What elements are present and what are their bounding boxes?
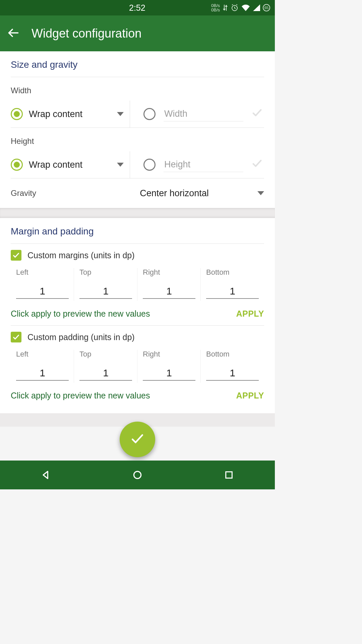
padding-right-input[interactable]: 1 — [143, 366, 195, 381]
nav-home-button[interactable] — [130, 468, 145, 482]
back-icon[interactable] — [7, 27, 19, 40]
height-input[interactable]: Height — [164, 157, 243, 172]
check-icon — [251, 107, 264, 121]
col-left-label: Left — [14, 268, 71, 277]
battery-indicator: 65 — [263, 4, 270, 11]
width-input[interactable]: Width — [164, 107, 243, 121]
status-bar: 2:52 0B/s 0B/s 65 — [0, 0, 275, 15]
section-gap — [0, 208, 275, 218]
height-row: Wrap content Height — [11, 151, 264, 178]
gravity-label: Gravity — [11, 189, 91, 198]
app-bar: Widget configuration — [0, 15, 275, 51]
chevron-down-icon — [117, 112, 124, 116]
gravity-dropdown[interactable]: Gravity Center horizontal — [11, 178, 264, 202]
margin-bottom-input[interactable]: 1 — [206, 284, 259, 299]
width-mode-value: Wrap content — [29, 109, 111, 119]
status-time: 2:52 — [129, 3, 145, 13]
section-size-gravity: Size and gravity Width Wrap content Widt… — [0, 51, 275, 208]
check-icon — [251, 158, 264, 172]
cell-signal-icon — [253, 4, 260, 11]
chevron-down-icon — [257, 191, 264, 195]
data-arrows-icon — [223, 4, 228, 11]
system-nav-bar — [0, 461, 275, 489]
margin-left-input[interactable]: 1 — [16, 284, 69, 299]
col-top-label: Top — [77, 268, 134, 277]
svg-point-2 — [134, 471, 141, 478]
nav-back-button[interactable] — [39, 468, 53, 482]
svg-rect-3 — [226, 472, 232, 478]
col-bottom-label: Bottom — [204, 350, 261, 359]
padding-apply-button[interactable]: APPLY — [236, 391, 264, 400]
padding-bottom-input[interactable]: 1 — [206, 366, 259, 381]
height-mode-value: Wrap content — [29, 160, 111, 170]
col-left-label: Left — [14, 350, 71, 359]
col-right-label: Right — [141, 350, 197, 359]
custom-padding-checkbox[interactable] — [11, 332, 21, 342]
section-title-margin: Margin and padding — [11, 226, 264, 244]
col-bottom-label: Bottom — [204, 268, 261, 277]
section-title-size: Size and gravity — [11, 59, 264, 77]
height-label: Height — [11, 128, 264, 151]
height-mode-dropdown[interactable]: Wrap content — [11, 159, 130, 171]
height-wrap-radio[interactable] — [11, 159, 23, 171]
check-icon — [130, 431, 145, 447]
nav-recents-button[interactable] — [222, 468, 236, 482]
confirm-fab[interactable] — [120, 422, 155, 457]
padding-inputs: Left 1 Top 1 Right 1 Bottom 1 — [11, 347, 264, 381]
margins-apply-button[interactable]: APPLY — [236, 309, 264, 319]
wifi-icon — [241, 4, 250, 11]
padding-hint: Click apply to preview the new values — [11, 391, 236, 400]
chevron-down-icon — [117, 163, 124, 167]
alarm-icon — [231, 4, 239, 12]
width-row: Wrap content Width — [11, 101, 264, 127]
margin-top-input[interactable]: 1 — [79, 284, 132, 299]
custom-margins-checkbox[interactable] — [11, 250, 21, 261]
gravity-value: Center horizontal — [91, 188, 257, 199]
margin-right-input[interactable]: 1 — [143, 284, 195, 299]
width-wrap-radio[interactable] — [11, 108, 23, 120]
network-rate: 0B/s 0B/s — [211, 3, 220, 12]
margins-hint: Click apply to preview the new values — [11, 309, 236, 319]
width-label: Width — [11, 77, 264, 101]
page-title: Widget configuration — [32, 26, 141, 41]
section-margin-padding: Margin and padding Custom margins (units… — [0, 218, 275, 413]
height-fixed-radio[interactable] — [143, 159, 156, 171]
custom-margins-label: Custom margins (units in dp) — [27, 251, 135, 260]
width-fixed-radio[interactable] — [143, 108, 156, 120]
width-mode-dropdown[interactable]: Wrap content — [11, 108, 130, 120]
custom-padding-label: Custom padding (units in dp) — [27, 332, 135, 342]
padding-top-input[interactable]: 1 — [79, 366, 132, 381]
col-right-label: Right — [141, 268, 197, 277]
padding-left-input[interactable]: 1 — [16, 366, 69, 381]
col-top-label: Top — [77, 350, 134, 359]
margins-inputs: Left 1 Top 1 Right 1 Bottom 1 — [11, 265, 264, 299]
